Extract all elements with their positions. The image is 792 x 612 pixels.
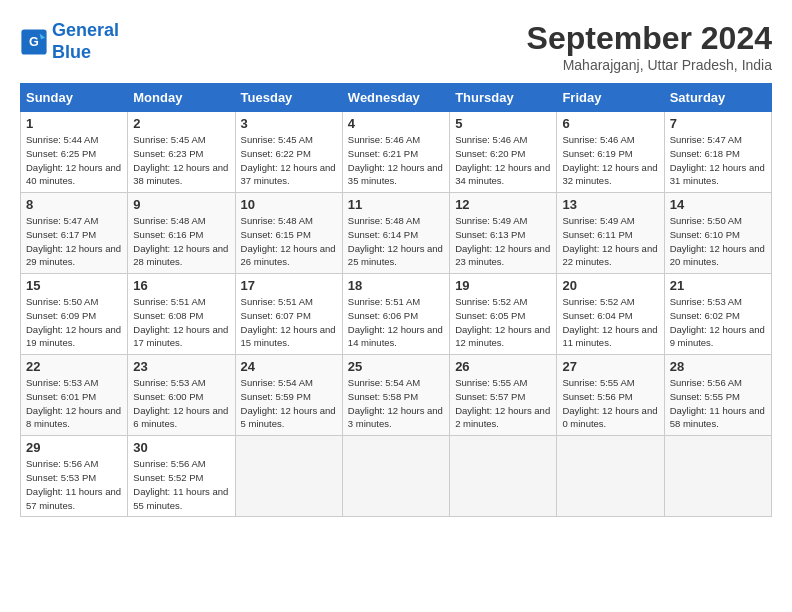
table-row: 23Sunrise: 5:53 AMSunset: 6:00 PMDayligh… (128, 355, 235, 436)
col-thursday: Thursday (450, 84, 557, 112)
table-row: 28Sunrise: 5:56 AMSunset: 5:55 PMDayligh… (664, 355, 771, 436)
calendar-header-row: Sunday Monday Tuesday Wednesday Thursday… (21, 84, 772, 112)
day-info: Sunrise: 5:48 AMSunset: 6:16 PMDaylight:… (133, 214, 229, 269)
day-number: 24 (241, 359, 337, 374)
day-info: Sunrise: 5:50 AMSunset: 6:09 PMDaylight:… (26, 295, 122, 350)
table-row: 7Sunrise: 5:47 AMSunset: 6:18 PMDaylight… (664, 112, 771, 193)
day-number: 4 (348, 116, 444, 131)
day-info: Sunrise: 5:51 AMSunset: 6:08 PMDaylight:… (133, 295, 229, 350)
table-row: 29Sunrise: 5:56 AMSunset: 5:53 PMDayligh… (21, 436, 128, 517)
calendar-table: Sunday Monday Tuesday Wednesday Thursday… (20, 83, 772, 517)
table-row (235, 436, 342, 517)
day-number: 20 (562, 278, 658, 293)
day-info: Sunrise: 5:56 AMSunset: 5:52 PMDaylight:… (133, 457, 229, 512)
table-row (342, 436, 449, 517)
day-number: 10 (241, 197, 337, 212)
table-row: 14Sunrise: 5:50 AMSunset: 6:10 PMDayligh… (664, 193, 771, 274)
day-info: Sunrise: 5:49 AMSunset: 6:13 PMDaylight:… (455, 214, 551, 269)
day-number: 25 (348, 359, 444, 374)
day-info: Sunrise: 5:53 AMSunset: 6:01 PMDaylight:… (26, 376, 122, 431)
table-row: 8Sunrise: 5:47 AMSunset: 6:17 PMDaylight… (21, 193, 128, 274)
day-info: Sunrise: 5:53 AMSunset: 6:00 PMDaylight:… (133, 376, 229, 431)
day-info: Sunrise: 5:55 AMSunset: 5:57 PMDaylight:… (455, 376, 551, 431)
table-row: 25Sunrise: 5:54 AMSunset: 5:58 PMDayligh… (342, 355, 449, 436)
day-info: Sunrise: 5:50 AMSunset: 6:10 PMDaylight:… (670, 214, 766, 269)
day-number: 28 (670, 359, 766, 374)
day-number: 23 (133, 359, 229, 374)
day-info: Sunrise: 5:46 AMSunset: 6:19 PMDaylight:… (562, 133, 658, 188)
table-row: 16Sunrise: 5:51 AMSunset: 6:08 PMDayligh… (128, 274, 235, 355)
table-row: 30Sunrise: 5:56 AMSunset: 5:52 PMDayligh… (128, 436, 235, 517)
day-number: 16 (133, 278, 229, 293)
logo: G General Blue (20, 20, 119, 63)
day-number: 2 (133, 116, 229, 131)
col-saturday: Saturday (664, 84, 771, 112)
day-number: 29 (26, 440, 122, 455)
day-number: 26 (455, 359, 551, 374)
calendar-week-row: 8Sunrise: 5:47 AMSunset: 6:17 PMDaylight… (21, 193, 772, 274)
col-monday: Monday (128, 84, 235, 112)
day-info: Sunrise: 5:47 AMSunset: 6:18 PMDaylight:… (670, 133, 766, 188)
calendar-week-row: 15Sunrise: 5:50 AMSunset: 6:09 PMDayligh… (21, 274, 772, 355)
logo-text: General Blue (52, 20, 119, 63)
calendar-week-row: 1Sunrise: 5:44 AMSunset: 6:25 PMDaylight… (21, 112, 772, 193)
table-row: 27Sunrise: 5:55 AMSunset: 5:56 PMDayligh… (557, 355, 664, 436)
day-info: Sunrise: 5:46 AMSunset: 6:20 PMDaylight:… (455, 133, 551, 188)
day-info: Sunrise: 5:49 AMSunset: 6:11 PMDaylight:… (562, 214, 658, 269)
day-number: 6 (562, 116, 658, 131)
col-sunday: Sunday (21, 84, 128, 112)
day-info: Sunrise: 5:48 AMSunset: 6:14 PMDaylight:… (348, 214, 444, 269)
table-row: 9Sunrise: 5:48 AMSunset: 6:16 PMDaylight… (128, 193, 235, 274)
day-number: 5 (455, 116, 551, 131)
day-number: 19 (455, 278, 551, 293)
table-row (557, 436, 664, 517)
col-tuesday: Tuesday (235, 84, 342, 112)
day-info: Sunrise: 5:51 AMSunset: 6:06 PMDaylight:… (348, 295, 444, 350)
calendar-week-row: 22Sunrise: 5:53 AMSunset: 6:01 PMDayligh… (21, 355, 772, 436)
day-number: 7 (670, 116, 766, 131)
table-row: 18Sunrise: 5:51 AMSunset: 6:06 PMDayligh… (342, 274, 449, 355)
day-number: 12 (455, 197, 551, 212)
day-number: 11 (348, 197, 444, 212)
table-row: 24Sunrise: 5:54 AMSunset: 5:59 PMDayligh… (235, 355, 342, 436)
day-info: Sunrise: 5:54 AMSunset: 5:58 PMDaylight:… (348, 376, 444, 431)
day-info: Sunrise: 5:45 AMSunset: 6:23 PMDaylight:… (133, 133, 229, 188)
day-info: Sunrise: 5:45 AMSunset: 6:22 PMDaylight:… (241, 133, 337, 188)
day-info: Sunrise: 5:52 AMSunset: 6:04 PMDaylight:… (562, 295, 658, 350)
day-number: 1 (26, 116, 122, 131)
table-row: 22Sunrise: 5:53 AMSunset: 6:01 PMDayligh… (21, 355, 128, 436)
table-row: 26Sunrise: 5:55 AMSunset: 5:57 PMDayligh… (450, 355, 557, 436)
table-row: 12Sunrise: 5:49 AMSunset: 6:13 PMDayligh… (450, 193, 557, 274)
day-number: 15 (26, 278, 122, 293)
day-number: 3 (241, 116, 337, 131)
day-number: 14 (670, 197, 766, 212)
day-info: Sunrise: 5:44 AMSunset: 6:25 PMDaylight:… (26, 133, 122, 188)
col-wednesday: Wednesday (342, 84, 449, 112)
table-row: 3Sunrise: 5:45 AMSunset: 6:22 PMDaylight… (235, 112, 342, 193)
day-info: Sunrise: 5:55 AMSunset: 5:56 PMDaylight:… (562, 376, 658, 431)
day-number: 18 (348, 278, 444, 293)
day-info: Sunrise: 5:56 AMSunset: 5:55 PMDaylight:… (670, 376, 766, 431)
month-title: September 2024 (527, 20, 772, 57)
table-row: 15Sunrise: 5:50 AMSunset: 6:09 PMDayligh… (21, 274, 128, 355)
title-section: September 2024 Maharajganj, Uttar Prades… (527, 20, 772, 73)
table-row: 10Sunrise: 5:48 AMSunset: 6:15 PMDayligh… (235, 193, 342, 274)
day-number: 17 (241, 278, 337, 293)
day-number: 9 (133, 197, 229, 212)
day-number: 22 (26, 359, 122, 374)
day-number: 13 (562, 197, 658, 212)
table-row (450, 436, 557, 517)
table-row: 17Sunrise: 5:51 AMSunset: 6:07 PMDayligh… (235, 274, 342, 355)
table-row: 19Sunrise: 5:52 AMSunset: 6:05 PMDayligh… (450, 274, 557, 355)
day-info: Sunrise: 5:46 AMSunset: 6:21 PMDaylight:… (348, 133, 444, 188)
table-row (664, 436, 771, 517)
calendar-week-row: 29Sunrise: 5:56 AMSunset: 5:53 PMDayligh… (21, 436, 772, 517)
table-row: 6Sunrise: 5:46 AMSunset: 6:19 PMDaylight… (557, 112, 664, 193)
table-row: 5Sunrise: 5:46 AMSunset: 6:20 PMDaylight… (450, 112, 557, 193)
day-info: Sunrise: 5:48 AMSunset: 6:15 PMDaylight:… (241, 214, 337, 269)
day-info: Sunrise: 5:56 AMSunset: 5:53 PMDaylight:… (26, 457, 122, 512)
day-number: 21 (670, 278, 766, 293)
table-row: 11Sunrise: 5:48 AMSunset: 6:14 PMDayligh… (342, 193, 449, 274)
day-info: Sunrise: 5:54 AMSunset: 5:59 PMDaylight:… (241, 376, 337, 431)
logo-icon: G (20, 28, 48, 56)
